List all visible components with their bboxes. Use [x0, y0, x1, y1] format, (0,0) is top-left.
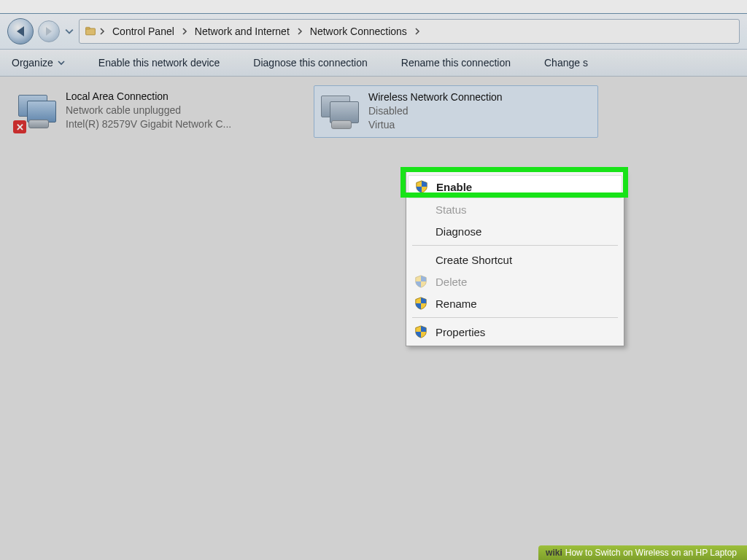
change-label: Change s: [544, 57, 588, 69]
rename-label: Rename this connection: [401, 57, 511, 69]
enable-device-button[interactable]: Enable this network device: [96, 54, 223, 71]
menu-status-label: Status: [436, 203, 467, 216]
address-bar[interactable]: Control Panel Network and Internet Netwo…: [79, 19, 740, 44]
enable-device-label: Enable this network device: [98, 57, 220, 69]
window-header: Control Panel Network and Internet Netwo…: [0, 14, 747, 50]
shield-icon: [414, 324, 428, 339]
forward-button[interactable]: [38, 20, 60, 42]
breadcrumb-network-internet[interactable]: Network and Internet: [190, 23, 295, 39]
connection-icon: [319, 90, 361, 133]
connection-adapter: Intel(R) 82579V Gigabit Network C...: [66, 117, 231, 131]
chevron-icon[interactable]: [98, 28, 106, 35]
diagnose-button[interactable]: Diagnose this connection: [250, 54, 370, 71]
menu-status: Status: [408, 198, 622, 220]
explorer-window: Control Panel Network and Internet Netwo…: [0, 13, 747, 560]
arrow-right-icon: [46, 27, 52, 36]
menu-diagnose[interactable]: Diagnose: [408, 220, 622, 242]
menu-properties-label: Properties: [436, 326, 485, 338]
back-button[interactable]: [7, 18, 34, 44]
chevron-icon[interactable]: [181, 28, 188, 35]
connection-wireless[interactable]: Wireless Network Connection Disabled Vir…: [314, 85, 598, 138]
shield-icon: [414, 296, 428, 311]
menu-rename[interactable]: Rename: [408, 292, 622, 314]
location-icon: [84, 25, 97, 38]
connection-status: Disabled: [368, 104, 503, 118]
menu-separator: [412, 245, 618, 246]
shield-icon: [414, 179, 429, 194]
menu-separator: [412, 317, 618, 318]
connection-text: Local Area Connection Network cable unpl…: [66, 90, 231, 133]
context-menu: Enable Status Diagnose Create Shortcut D…: [406, 171, 624, 346]
content-area: ✕ Local Area Connection Network cable un…: [0, 77, 747, 147]
rename-button[interactable]: Rename this connection: [398, 54, 514, 71]
error-icon: ✕: [13, 120, 26, 133]
chevron-down-icon: [58, 59, 65, 66]
connection-icon: ✕: [16, 90, 58, 132]
menu-create-shortcut[interactable]: Create Shortcut: [408, 249, 622, 271]
organize-label: Organize: [12, 57, 53, 69]
change-button[interactable]: Change s: [541, 54, 591, 71]
menu-properties[interactable]: Properties: [408, 321, 622, 343]
shield-icon: [414, 274, 428, 289]
watermark-footer: wiki How to Switch on Wireless on an HP …: [538, 545, 747, 560]
nav-row: Control Panel Network and Internet Netwo…: [0, 14, 747, 49]
breadcrumb-network-connections[interactable]: Network Connections: [305, 23, 412, 39]
menu-enable-label: Enable: [436, 181, 472, 193]
menu-create-shortcut-label: Create Shortcut: [436, 254, 512, 266]
menu-delete: Delete: [408, 271, 622, 292]
recent-dropdown[interactable]: [64, 26, 74, 36]
arrow-left-icon: [17, 26, 24, 36]
menu-rename-label: Rename: [436, 298, 477, 310]
toolbar: Organize Enable this network device Diag…: [0, 50, 747, 77]
connection-title: Wireless Network Connection: [368, 90, 503, 104]
breadcrumb-control-panel[interactable]: Control Panel: [107, 23, 179, 39]
connection-local-area[interactable]: ✕ Local Area Connection Network cable un…: [12, 85, 296, 138]
footer-prefix: wiki: [546, 548, 562, 558]
diagnose-label: Diagnose this connection: [253, 57, 367, 69]
chevron-icon[interactable]: [296, 28, 303, 35]
menu-diagnose-label: Diagnose: [436, 225, 481, 238]
connection-status: Network cable unplugged: [66, 104, 231, 117]
connection-text: Wireless Network Connection Disabled Vir…: [368, 90, 503, 133]
connection-adapter: Virtua: [368, 118, 503, 132]
connection-title: Local Area Connection: [66, 90, 231, 104]
organize-menu[interactable]: Organize: [9, 54, 68, 71]
menu-delete-label: Delete: [436, 276, 467, 288]
chevron-icon[interactable]: [414, 28, 421, 35]
menu-enable[interactable]: Enable: [408, 175, 622, 198]
footer-text: How to Switch on Wireless on an HP Lapto…: [565, 548, 737, 558]
